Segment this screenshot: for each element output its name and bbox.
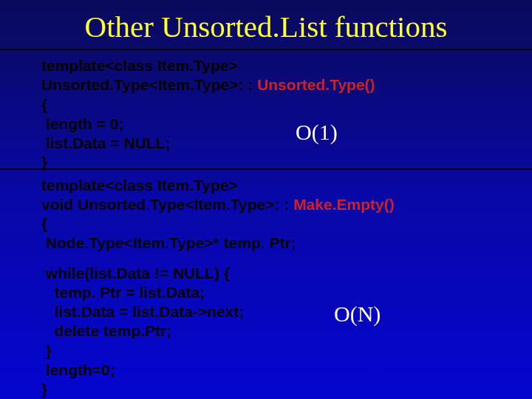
slide-title: Other Unsorted.List functions: [0, 0, 532, 49]
code-line: void Unsorted.Type<Item.Type>: :: [41, 196, 293, 213]
code-line: {: [41, 96, 47, 113]
code-line: template<class Item.Type>: [41, 177, 238, 194]
code-line: length=0;: [41, 361, 115, 378]
code-line: list.Data = list.Data->next;: [41, 303, 244, 320]
code-line: template<class Item.Type>: [41, 57, 238, 74]
code-line: list.Data = NULL;: [41, 134, 170, 151]
code-line: Node.Type<Item.Type>* temp. Ptr;: [41, 234, 296, 251]
code-line: Unsorted.Type<Item.Type>: :: [41, 76, 257, 93]
code-block-constructor: template<class Item.Type> Unsorted.Type<…: [0, 50, 532, 173]
code-block-makeempty-header: template<class Item.Type> void Unsorted.…: [0, 173, 532, 253]
method-name: Make.Empty(): [293, 196, 395, 213]
complexity-o1: O(1): [296, 120, 338, 145]
code-line: delete temp.Ptr;: [41, 322, 171, 339]
constructor-name: Unsorted.Type(): [257, 76, 375, 93]
code-line: }: [41, 342, 52, 359]
code-line: {: [41, 215, 47, 232]
code-line: }: [41, 381, 47, 398]
code-block-makeempty-body: while(list.Data != NULL) { temp. Ptr = l…: [0, 253, 532, 400]
code-line: length = 0;: [41, 115, 123, 132]
code-line: while(list.Data != NULL) {: [41, 265, 230, 282]
code-line: temp. Ptr = list.Data;: [41, 284, 205, 301]
section-divider: [0, 168, 532, 170]
complexity-on: O(N): [334, 301, 381, 327]
